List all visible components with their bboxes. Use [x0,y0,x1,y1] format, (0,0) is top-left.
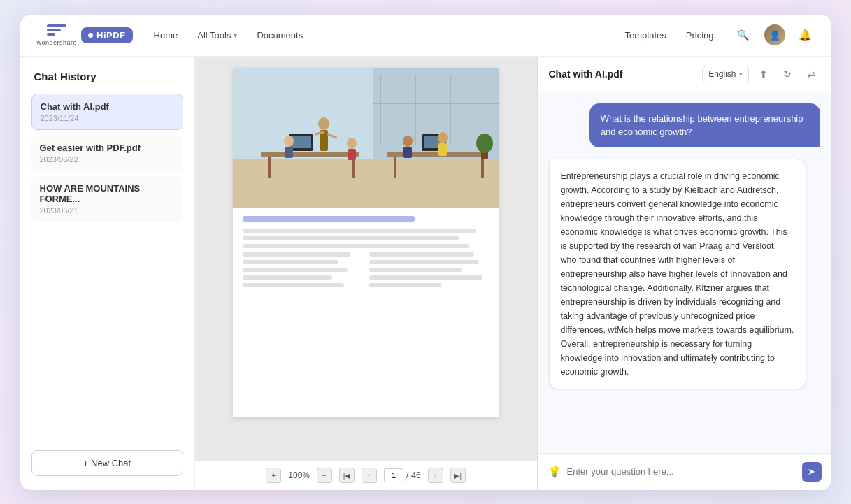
pdf-line [243,260,338,264]
hipdf-dot [88,33,93,38]
nav-home[interactable]: Home [145,26,187,45]
chat-history-item-1[interactable]: Get easier with PDF.pdf 2023/06/22 [31,136,183,171]
svg-rect-11 [291,136,311,148]
chat-panel: Chat with AI.pdf English ▾ ⬆ ↻ ⇄ What is… [538,57,831,490]
nav-all-tools[interactable]: All Tools ▾ [189,26,245,45]
svg-rect-9 [481,157,484,178]
nav-next-button[interactable]: › [428,468,443,483]
pdf-image-placeholder [233,68,499,208]
svg-point-14 [318,117,329,130]
pdf-col-left [243,252,362,287]
new-chat-label: + New Chat [83,458,131,468]
pdf-line [243,283,344,287]
pdf-line [243,229,476,233]
sidebar: Chat History Chat with AI.pdf 2023/11/24… [20,57,195,490]
chat-history-item-2[interactable]: HOW ARE MOUNTAINS FORME... 2023/06/21 [31,176,183,222]
hipdf-badge[interactable]: HiPDF [81,27,133,43]
language-chevron-icon: ▾ [739,71,743,78]
svg-rect-3 [233,159,499,208]
pdf-col-right [369,252,489,287]
pdf-line [243,244,469,248]
nav-last-button[interactable]: ▶| [450,468,466,483]
message-user-0: What is the relationship between entrepr… [549,103,820,147]
message-user-bubble-0: What is the relationship between entrepr… [589,103,820,147]
refresh-button[interactable]: ↻ [778,65,796,83]
chat-lamp-icon[interactable]: 💡 [548,465,562,478]
nav-prev-button[interactable]: ‹ [362,468,377,483]
chat-history-date-0: 2023/11/24 [41,114,174,122]
header-nav: Home All Tools ▾ Documents [145,26,604,45]
pdf-toolbar: + 100% − |◀ ‹ / 46 › ▶| [195,461,537,490]
hipdf-label: HiPDF [96,30,126,41]
svg-point-20 [438,132,448,143]
nav-first-button[interactable]: |◀ [339,468,355,483]
pdf-line [369,283,441,287]
main-content: Chat History Chat with AI.pdf 2023/11/24… [20,57,831,490]
all-tools-chevron-icon: ▾ [234,31,237,39]
ws-bar-1 [47,24,66,27]
svg-rect-30 [450,75,451,145]
svg-rect-21 [438,143,447,156]
chat-input[interactable] [567,466,796,477]
bell-icon[interactable]: 🔔 [796,26,815,44]
chat-history-date-2: 2023/06/21 [40,206,175,215]
svg-rect-19 [285,147,293,158]
pdf-page-input[interactable] [384,468,403,482]
pdf-zoom-level: 100% [288,470,310,480]
pdf-content [233,208,499,296]
pdf-line [369,252,474,257]
avatar[interactable]: 👤 [764,24,785,45]
language-selector[interactable]: English ▾ [702,66,748,82]
chat-history-name-2: HOW ARE MOUNTAINS FORME... [40,183,175,204]
chat-header-actions: English ▾ ⬆ ↻ ⇄ [702,65,820,83]
svg-rect-7 [352,157,355,178]
header: wondershare HiPDF Home All Tools ▾ Docum… [20,15,831,57]
search-icon[interactable]: 🔍 [734,25,753,45]
chat-messages: What is the relationship between entrepr… [538,92,831,453]
pdf-page-separator: / [406,470,408,480]
pdf-page-info: / 46 [384,468,421,482]
pdf-two-col [243,252,489,287]
share-button[interactable]: ⇄ [802,65,820,83]
chat-header: Chat with AI.pdf English ▾ ⬆ ↻ ⇄ [538,57,831,92]
svg-rect-28 [380,75,381,145]
wondershare-icon [47,24,66,38]
office-scene-svg [233,68,499,208]
pdf-line [243,236,459,240]
pdf-document [233,68,499,417]
zoom-out-button[interactable]: − [317,468,332,483]
nav-documents[interactable]: Documents [248,26,311,45]
svg-rect-25 [348,149,356,160]
header-logo: wondershare HiPDF [37,24,133,46]
language-label: English [708,69,736,79]
pdf-total-pages: 46 [411,470,420,480]
nav-templates[interactable]: Templates [617,26,675,45]
chat-history-item-0[interactable]: Chat with AI.pdf 2023/11/24 [31,94,183,130]
pdf-line [369,260,479,264]
chat-input-area: 💡 ➤ [538,453,831,490]
svg-rect-29 [415,75,416,145]
send-button[interactable]: ➤ [802,462,822,482]
svg-point-18 [284,136,294,147]
export-button[interactable]: ⬆ [755,65,773,83]
svg-rect-31 [373,103,499,104]
svg-rect-6 [268,157,271,178]
ws-bar-2 [47,29,61,31]
header-right-nav: Templates Pricing [617,26,722,45]
pdf-title-bar [243,216,415,222]
pdf-line [243,252,350,257]
new-chat-button[interactable]: + New Chat [31,450,183,476]
chat-history-date-1: 2023/06/22 [40,155,175,164]
zoom-in-button[interactable]: + [266,468,281,483]
nav-pricing[interactable]: Pricing [678,26,722,45]
chat-title: Chat with AI.pdf [549,69,623,80]
message-ai-bubble-0: Entrepreneurship plays a crucial role in… [549,159,807,389]
svg-rect-23 [403,147,412,158]
send-icon: ➤ [808,466,815,477]
svg-point-24 [347,138,357,149]
chat-history-name-1: Get easier with PDF.pdf [40,143,175,153]
pdf-viewer: + 100% − |◀ ‹ / 46 › ▶| [195,57,538,490]
svg-rect-5 [387,152,485,157]
wondershare-logo: wondershare [37,24,78,46]
app-container: wondershare HiPDF Home All Tools ▾ Docum… [20,15,831,490]
